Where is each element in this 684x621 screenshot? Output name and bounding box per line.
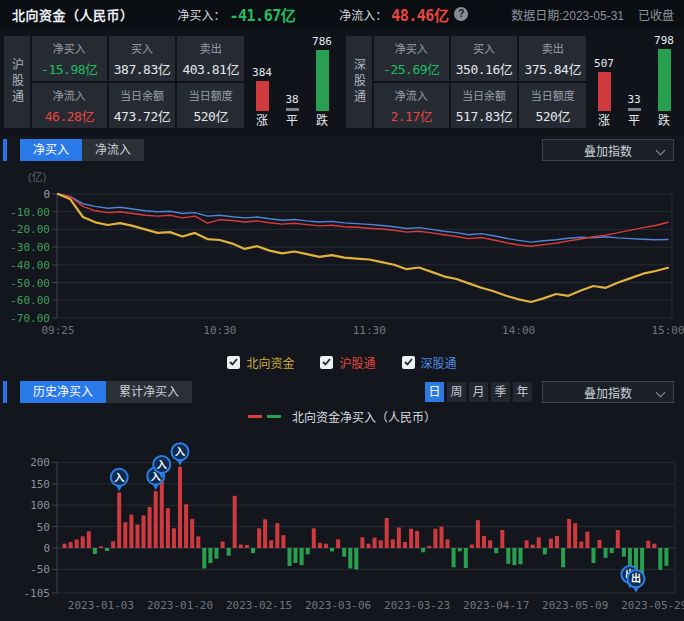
svg-text:-40.00: -40.00 — [10, 259, 50, 272]
svg-text:100: 100 — [30, 499, 50, 512]
tab-net-buy[interactable]: 净买入 — [20, 139, 82, 161]
data-date: 数据日期:2023-05-31 — [511, 6, 624, 23]
down-column: 798跌 — [652, 34, 676, 128]
overlay-index-dropdown[interactable]: 叠加指数 — [542, 139, 674, 161]
sh-connect-block: 沪股通 净买入-15.98亿 买入387.83亿 卖出403.81亿 净流入46… — [4, 36, 338, 128]
flat-bar — [286, 108, 299, 111]
stat-tile: 买入350.16亿 — [451, 36, 518, 81]
stat-tile: 当日额度520亿 — [177, 83, 244, 128]
section-accent — [3, 381, 7, 403]
chevron-down-icon — [656, 388, 666, 398]
up-column: 384涨 — [250, 66, 274, 128]
page-title: 北向资金（人民币） — [12, 5, 134, 24]
up-bar — [256, 81, 269, 111]
legend-toggle-sh[interactable]: 沪股通 — [320, 354, 375, 371]
stat-tile: 当日额度520亿 — [519, 83, 586, 128]
down-column: 786跌 — [310, 35, 334, 128]
stat-tile: 净流入46.28亿 — [32, 83, 107, 128]
net-inflow-value: 48.46亿 — [391, 4, 448, 25]
history-section-header: 历史净买入 累计净买入 日 周 月 季 年 叠加指数 — [0, 377, 684, 407]
help-icon[interactable]: ? — [454, 7, 468, 21]
svg-text:出: 出 — [631, 572, 641, 584]
svg-text:-20.00: -20.00 — [10, 223, 50, 236]
net-inflow-label: 净流入： — [339, 6, 387, 23]
stat-tile: 卖出375.84亿 — [519, 36, 586, 81]
svg-text:14:00: 14:00 — [502, 324, 535, 337]
up-column: 507涨 — [592, 57, 616, 128]
stat-tile: 净买入-25.69亿 — [374, 36, 449, 81]
svg-text:2023-05-09: 2023-05-09 — [542, 599, 608, 612]
period-day-button[interactable]: 日 — [425, 382, 444, 402]
svg-text:2023-01-20: 2023-01-20 — [147, 599, 213, 612]
period-week-button[interactable]: 周 — [447, 382, 466, 402]
northbound-funds-panel: 北向资金（人民币） 净买入： -41.67亿 净流入： 48.46亿 ? 数据日… — [0, 0, 684, 621]
tab-history-net-buy[interactable]: 历史净买入 — [20, 381, 106, 403]
sh-advance-decline: 384涨 38平 786跌 — [246, 36, 338, 128]
connect-stats: 沪股通 净买入-15.98亿 买入387.83亿 卖出403.81亿 净流入46… — [0, 28, 684, 135]
sz-connect-label: 深股通 — [346, 36, 372, 128]
down-bar — [658, 49, 671, 111]
svg-text:入: 入 — [114, 472, 124, 483]
period-month-button[interactable]: 月 — [469, 382, 488, 402]
market-status: 已收盘 — [638, 6, 674, 23]
svg-text:2023-03-06: 2023-03-06 — [305, 599, 371, 612]
svg-text:入: 入 — [175, 446, 185, 457]
flat-bar — [628, 108, 641, 111]
tab-net-inflow[interactable]: 净流入 — [82, 139, 144, 161]
checkbox-checked-icon — [227, 356, 240, 369]
svg-text:2023-02-15: 2023-02-15 — [226, 599, 292, 612]
legend-toggle-north[interactable]: 北向资金 — [227, 354, 294, 371]
svg-text:入: 入 — [157, 459, 167, 470]
history-legend-label: 北向资金净买入（人民币） — [292, 408, 436, 425]
svg-text:09:25: 09:25 — [41, 324, 74, 337]
tab-cumulative-net-buy[interactable]: 累计净买入 — [106, 381, 192, 403]
svg-text:0: 0 — [43, 542, 50, 555]
up-bar — [598, 72, 611, 111]
svg-text:15:00: 15:00 — [651, 324, 684, 337]
overlay-index-dropdown[interactable]: 叠加指数 — [542, 381, 674, 403]
history-legend: 北向资金净买入（人民币） — [0, 407, 684, 425]
stat-tile: 净买入-15.98亿 — [32, 36, 107, 81]
sh-connect-cells: 净买入-15.98亿 买入387.83亿 卖出403.81亿 净流入46.28亿… — [32, 36, 244, 128]
stat-tile: 当日余额517.83亿 — [451, 83, 518, 128]
period-year-button[interactable]: 年 — [513, 382, 532, 402]
stat-tile: 当日余额473.72亿 — [109, 83, 176, 128]
intraday-line-chart: 0-10.00-20.00-30.00-40.00-50.00-60.00-70… — [0, 163, 684, 353]
flat-column: 33平 — [622, 93, 646, 128]
period-quarter-button[interactable]: 季 — [491, 382, 510, 402]
checkbox-checked-icon — [320, 356, 333, 369]
svg-text:-105: -105 — [24, 587, 51, 600]
net-buy-label: 净买入： — [178, 6, 226, 23]
green-dash-icon — [267, 415, 281, 418]
chevron-down-icon — [656, 146, 666, 156]
sh-connect-label: 沪股通 — [4, 36, 30, 128]
svg-text:200: 200 — [30, 456, 50, 469]
stat-tile: 卖出403.81亿 — [177, 36, 244, 81]
sz-connect-block: 深股通 净买入-25.69亿 买入350.16亿 卖出375.84亿 净流入2.… — [346, 36, 680, 128]
svg-text:2023-04-17: 2023-04-17 — [463, 599, 529, 612]
svg-text:-10.00: -10.00 — [10, 206, 50, 219]
intraday-section-header: 净买入 净流入 叠加指数 — [0, 135, 684, 165]
top-bar: 北向资金（人民币） 净买入： -41.67亿 净流入： 48.46亿 ? 数据日… — [0, 0, 684, 28]
svg-text:2023-05-29: 2023-05-29 — [621, 599, 684, 612]
sz-connect-cells: 净买入-25.69亿 买入350.16亿 卖出375.84亿 净流入2.17亿 … — [374, 36, 586, 128]
svg-text:2023-01-03: 2023-01-03 — [68, 599, 134, 612]
svg-text:0: 0 — [43, 188, 50, 201]
checkbox-checked-icon — [402, 356, 415, 369]
svg-text:-50.00: -50.00 — [10, 277, 50, 290]
svg-text:-60.00: -60.00 — [10, 294, 50, 307]
svg-text:2023-03-23: 2023-03-23 — [384, 599, 450, 612]
intraday-legend: 北向资金 沪股通 深股通 — [0, 352, 684, 372]
stat-tile: 买入387.83亿 — [109, 36, 176, 81]
svg-text:50: 50 — [37, 521, 50, 534]
legend-toggle-sz[interactable]: 深股通 — [402, 354, 457, 371]
sz-advance-decline: 507涨 33平 798跌 — [588, 36, 680, 128]
stat-tile: 净流入2.17亿 — [374, 83, 449, 128]
svg-text:10:30: 10:30 — [203, 324, 236, 337]
period-switcher: 日 周 月 季 年 — [425, 382, 532, 402]
net-buy-value: -41.67亿 — [230, 4, 296, 25]
red-dash-icon — [248, 415, 262, 418]
svg-text:150: 150 — [30, 478, 50, 491]
section-accent — [3, 139, 7, 161]
history-bar-chart: 200150100500-50-1052023-01-032023-01-202… — [0, 426, 684, 621]
